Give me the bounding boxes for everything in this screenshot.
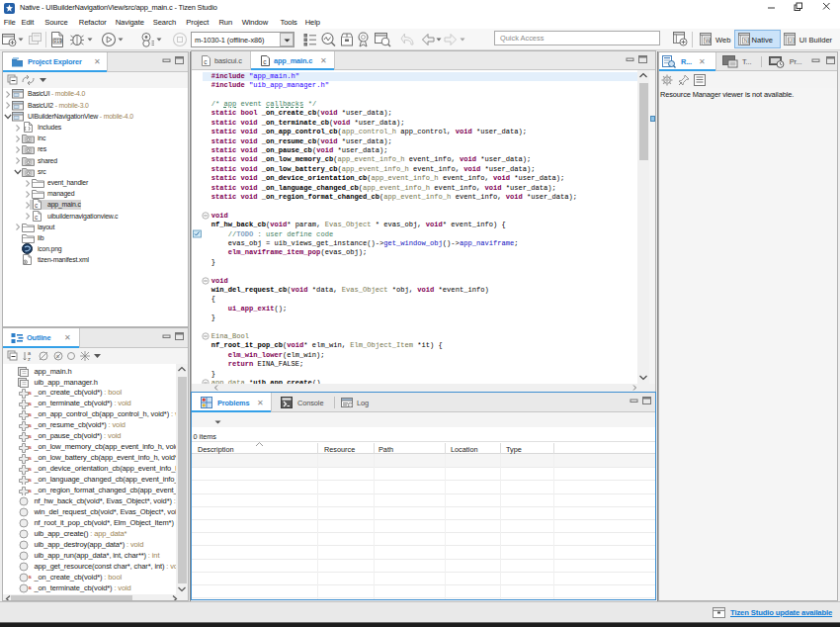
svg-text:010: 010 (54, 39, 62, 44)
svg-text:W: W (705, 38, 711, 44)
svg-text:z: z (28, 356, 31, 362)
svg-text:UI: UI (789, 39, 794, 44)
svg-text:N: N (744, 38, 748, 44)
svg-text:s: s (56, 353, 59, 359)
